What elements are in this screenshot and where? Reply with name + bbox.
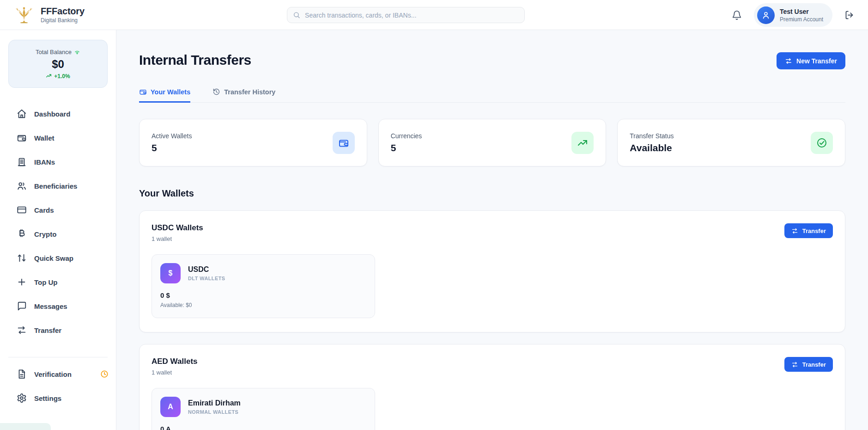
wallet-available: Available: $0 [160,302,366,308]
sidebar-item-verification[interactable]: Verification [0,362,116,386]
wallet-amount: 0 A [160,425,366,430]
total-balance-label: Total Balance [36,49,72,55]
sidebar-item-label: IBANs [34,158,55,166]
wallet-icon [139,88,147,96]
wallet-group-title: USDC Wallets [152,223,203,233]
sidebar-divider [8,357,108,357]
stat-label: Active Wallets [152,132,192,140]
arrows-left-right-icon [17,325,27,335]
plus-icon [17,277,27,287]
arrows-left-right-icon [791,361,798,368]
sidebar-item-label: Cards [34,206,54,214]
sign-out-button[interactable] [843,8,856,22]
check-circle-icon [816,137,827,148]
sidebar-item-crypto[interactable]: Crypto [0,222,116,246]
transfer-button[interactable]: Transfer [784,223,833,238]
sidebar-item-label: Settings [34,394,61,402]
tab-transfer-history[interactable]: Transfer History [212,88,275,103]
bottom-left-card-edge [0,423,51,430]
section-title: Your Wallets [139,188,845,199]
wallet-card-usdc[interactable]: $ USDC DLT WALLETS 0 $ Available: $0 [152,254,375,318]
sidebar-item-cards[interactable]: Cards [0,198,116,222]
sidebar-item-label: Top Up [34,278,58,286]
stat-active-wallets: Active Wallets 5 [139,119,367,166]
transfer-label: Transfer [802,361,826,368]
user-menu[interactable]: Test User Premium Account [754,3,832,27]
wallet-group-aed: AED Wallets 1 wallet Transfer A Emirati … [139,344,845,430]
notifications-button[interactable] [730,8,744,22]
history-icon [212,88,220,96]
home-icon [17,109,27,119]
sidebar-item-label: Quick Swap [34,254,73,262]
wallet-icon [338,137,349,148]
stat-value: 5 [391,142,422,154]
global-search[interactable] [287,7,525,23]
wallet-icon [17,133,27,143]
sidebar-item-label: Wallet [34,134,55,142]
sidebar-item-beneficiaries[interactable]: Beneficiaries [0,174,116,198]
wallet-amount: 0 $ [160,291,366,299]
gear-icon [17,393,27,403]
wallet-group-usdc: USDC Wallets 1 wallet Transfer $ USDC DL… [139,210,845,332]
new-transfer-label: New Transfer [796,57,837,65]
sidebar-item-settings[interactable]: Settings [0,386,116,410]
brand-name: FFFactory [41,6,85,17]
stat-value: Available [630,142,674,154]
stat-label: Transfer Status [630,132,674,140]
arrows-left-right-icon [785,57,792,65]
arrows-up-down-icon [17,253,27,263]
sidebar-item-label: Verification [34,370,72,378]
pending-clock-icon [100,370,109,378]
search-icon [293,11,300,19]
search-input[interactable] [305,12,519,19]
page-title: Internal Transfers [139,52,251,68]
total-balance-card: Total Balance $0 +1.0% [8,40,108,88]
sidebar: Total Balance $0 +1.0% Dashboard Wallet [0,30,116,430]
sidebar-nav: Dashboard Wallet IBANs Beneficiaries Car… [0,102,116,410]
sidebar-item-label: Crypto [34,230,56,238]
document-icon [17,369,27,379]
currency-badge: A [160,397,181,417]
tab-your-wallets[interactable]: Your Wallets [139,88,190,103]
sidebar-item-dashboard[interactable]: Dashboard [0,102,116,126]
wifi-icon [74,49,80,55]
chat-icon [17,301,27,311]
stat-value: 5 [152,142,192,154]
sidebar-item-ibans[interactable]: IBANs [0,150,116,174]
wallet-type: DLT WALLETS [188,276,225,281]
users-icon [17,181,27,191]
bank-icon [17,157,27,167]
bell-icon [732,10,742,20]
stat-transfer-status: Transfer Status Available [617,119,845,166]
wallet-type: NORMAL WALLETS [188,409,241,415]
avatar [757,6,775,24]
sidebar-item-label: Dashboard [34,110,70,118]
currency-symbol: $ [169,269,173,277]
user-name: Test User [780,8,823,15]
sidebar-item-top-up[interactable]: Top Up [0,270,116,294]
trending-up-icon [577,137,588,148]
tab-bar: Your Wallets Transfer History [139,88,845,103]
new-transfer-button[interactable]: New Transfer [777,52,845,69]
trending-up-icon [46,73,52,79]
user-icon [761,11,771,20]
total-balance-value: $0 [52,58,64,71]
sidebar-item-label: Messages [34,302,67,310]
brand: FFFactory Digital Banking [0,4,194,26]
brand-subtitle: Digital Banking [41,17,85,24]
sign-out-icon [844,10,854,20]
wallet-card-aed[interactable]: A Emirati Dirham NORMAL WALLETS 0 A Avai… [152,388,375,430]
transfer-button[interactable]: Transfer [784,357,833,372]
sidebar-item-transfer[interactable]: Transfer [0,318,116,342]
main-content: Internal Transfers New Transfer Your Wal… [116,30,868,430]
sidebar-item-quick-swap[interactable]: Quick Swap [0,246,116,270]
phoenix-logo-icon [13,4,35,26]
stat-currencies: Currencies 5 [378,119,607,166]
currency-symbol: A [168,403,173,411]
sidebar-item-label: Beneficiaries [34,182,77,190]
wallet-name: USDC [188,265,225,274]
balance-change: +1.0% [54,73,70,80]
sidebar-item-messages[interactable]: Messages [0,294,116,318]
sidebar-item-label: Transfer [34,326,61,334]
sidebar-item-wallet[interactable]: Wallet [0,126,116,150]
